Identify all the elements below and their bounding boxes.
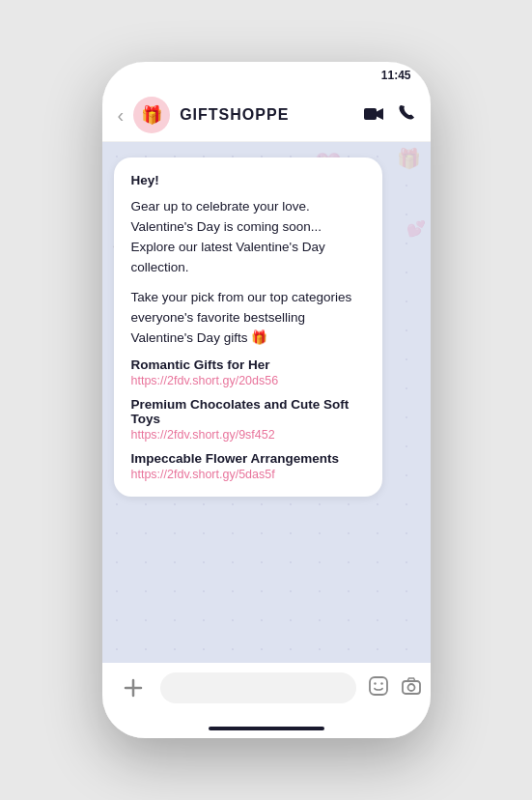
message-input[interactable] <box>160 672 356 703</box>
input-icons <box>368 675 431 700</box>
link-url-2[interactable]: https://2fdv.short.gy/9sf452 <box>131 428 365 442</box>
avatar: 🎁 <box>133 97 170 133</box>
svg-rect-0 <box>364 108 377 120</box>
home-indicator-container <box>102 723 431 738</box>
message-body2: Take your pick from our top categories e… <box>131 288 365 349</box>
status-time: 11:45 <box>381 69 411 82</box>
message-greeting: Hey! <box>131 173 365 187</box>
app-header: ‹ 🎁 GIFTSHOPPE <box>102 89 431 142</box>
plus-button[interactable] <box>118 672 149 703</box>
svg-rect-6 <box>403 681 420 694</box>
app-name: GIFTSHOPPE <box>180 106 352 124</box>
svg-rect-3 <box>370 677 387 695</box>
back-button[interactable]: ‹ <box>118 104 125 127</box>
input-bar <box>102 663 431 723</box>
link-url-1[interactable]: https://2fdv.short.gy/20ds56 <box>131 374 365 387</box>
camera-icon[interactable] <box>401 676 422 700</box>
avatar-emoji: 🎁 <box>141 104 162 126</box>
svg-point-7 <box>407 684 414 691</box>
message-row: Hey! Gear up to celebrate your love. Val… <box>114 157 419 497</box>
video-icon[interactable] <box>363 104 384 127</box>
message-bubble: Hey! Gear up to celebrate your love. Val… <box>114 157 382 497</box>
phone-icon[interactable] <box>398 104 415 127</box>
link-title-2: Premium Chocolates and Cute Soft Toys <box>131 397 365 426</box>
link-title-1: Romantic Gifts for Her <box>131 357 365 372</box>
message-body1: Gear up to celebrate your love. Valentin… <box>131 197 365 278</box>
status-bar: 11:45 <box>102 62 431 89</box>
phone-frame: 11:45 ‹ 🎁 GIFTSHOPPE � <box>102 62 431 738</box>
svg-point-4 <box>374 682 376 684</box>
chat-area: 🎁 ❤️ 🌹 💝 💌 🎀 🍫 🎁 💕 Hey! Gear up to celeb… <box>102 142 431 663</box>
header-icons <box>363 104 415 127</box>
link-title-3: Impeccable Flower Arrangements <box>131 451 365 466</box>
svg-point-5 <box>380 682 382 684</box>
link-section-2: Premium Chocolates and Cute Soft Toys ht… <box>131 397 365 442</box>
link-section-1: Romantic Gifts for Her https://2fdv.shor… <box>131 357 365 387</box>
link-section-3: Impeccable Flower Arrangements https://2… <box>131 451 365 481</box>
home-indicator <box>209 727 324 730</box>
link-url-3[interactable]: https://2fdv.short.gy/5das5f <box>131 468 365 481</box>
sticker-icon[interactable] <box>368 675 389 700</box>
